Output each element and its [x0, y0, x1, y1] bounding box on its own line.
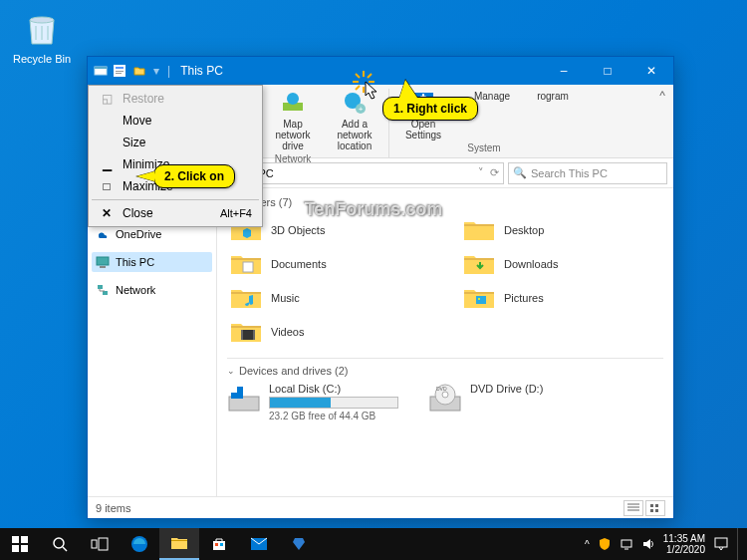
folder-music[interactable]: Music	[227, 282, 430, 314]
ribbon-add-network-button[interactable]: + Add a network location	[327, 89, 382, 151]
file-explorer-window: ▾ | This PC – □ ✕ ^ ess Map network driv…	[87, 56, 674, 519]
window-title: This PC	[180, 64, 223, 78]
folder-icon	[462, 284, 496, 312]
svg-rect-40	[21, 536, 28, 543]
tray-volume-icon[interactable]	[641, 537, 655, 551]
folder-icon	[229, 250, 263, 278]
maximize-icon: □	[99, 179, 115, 193]
svg-rect-19	[100, 266, 106, 268]
start-button[interactable]	[0, 528, 40, 560]
restore-icon: ◱	[99, 92, 115, 106]
folder-videos[interactable]: Videos	[227, 316, 430, 348]
svg-rect-35	[650, 504, 653, 507]
folder-downloads[interactable]: Downloads	[460, 248, 663, 280]
svg-rect-39	[12, 536, 19, 543]
callout-click-on: 2. Click on	[153, 164, 235, 188]
dvd-icon: DVD	[428, 383, 462, 417]
close-icon: ✕	[99, 206, 115, 220]
svg-rect-6	[116, 73, 122, 74]
show-desktop-button[interactable]	[737, 528, 743, 560]
svg-rect-20	[98, 285, 103, 289]
search-box[interactable]: 🔍 Search This PC	[508, 162, 667, 184]
taskbar-edge[interactable]	[120, 528, 159, 560]
tray-notifications-icon[interactable]	[713, 536, 729, 552]
task-view-icon	[91, 537, 109, 551]
close-button[interactable]: ✕	[629, 57, 673, 85]
search-button[interactable]	[40, 528, 80, 560]
folder-desktop[interactable]: Desktop	[460, 214, 663, 246]
navigation-pane: Quick access OneDrive This PC Network	[88, 188, 217, 496]
folder-pictures[interactable]: Pictures	[460, 282, 663, 314]
store-icon	[211, 536, 227, 552]
folder-icon	[229, 284, 263, 312]
address-dropdown-icon[interactable]: ˅	[478, 166, 484, 179]
drive-local-c[interactable]: Local Disk (C:) 23.2 GB free of 44.4 GB	[227, 383, 398, 421]
ribbon-map-network-button[interactable]: Map network drive	[265, 89, 321, 151]
svg-rect-26	[241, 330, 243, 340]
svg-rect-37	[650, 509, 653, 512]
sysmenu-size[interactable]: Size	[91, 132, 260, 153]
taskbar-mail[interactable]	[239, 528, 279, 560]
svg-rect-45	[99, 538, 108, 550]
svg-point-43	[54, 538, 64, 548]
navpane-onedrive[interactable]: OneDrive	[92, 224, 212, 244]
ribbon-collapse-icon[interactable]: ^	[659, 89, 665, 103]
tray-clock[interactable]: 11:35 AM 1/2/2020	[663, 533, 705, 555]
view-tiles-button[interactable]	[645, 500, 665, 516]
svg-text:DVD: DVD	[436, 386, 447, 392]
svg-rect-38	[655, 509, 658, 512]
qat-dropdown-icon[interactable]: ▾	[153, 64, 159, 78]
svg-rect-44	[92, 540, 97, 548]
sysmenu-move[interactable]: Move	[91, 110, 260, 132]
edge-icon	[130, 535, 148, 553]
svg-rect-28	[229, 397, 259, 411]
svg-rect-2	[95, 67, 107, 69]
refresh-icon[interactable]: ⟳	[490, 166, 499, 179]
qat-properties-icon[interactable]	[112, 63, 127, 79]
navpane-network[interactable]: Network	[92, 280, 212, 300]
system-menu-icon[interactable]	[92, 64, 110, 78]
taskbar-explorer[interactable]	[159, 528, 199, 560]
sysmenu-restore: ◱ Restore	[91, 88, 260, 110]
windows-icon	[12, 536, 28, 552]
svg-rect-22	[243, 262, 253, 272]
titlebar[interactable]: ▾ | This PC – □ ✕	[88, 57, 673, 85]
devices-section-header[interactable]: ⌄ Devices and drives (2)	[227, 365, 663, 377]
taskbar-store[interactable]	[199, 528, 239, 560]
tray-network-icon[interactable]	[620, 537, 633, 551]
add-network-icon: +	[341, 89, 369, 117]
menu-separator	[92, 199, 259, 200]
svg-point-10	[287, 93, 299, 105]
map-network-icon	[279, 89, 307, 117]
drive-dvd-d[interactable]: DVD DVD Drive (D:)	[428, 383, 543, 421]
content-area: ⌄ Folders (7) 3D Objects Desktop Documen…	[217, 188, 673, 496]
system-menu: ◱ Restore Move Size ▁ Minimize □ Maximiz…	[88, 85, 263, 227]
folder-documents[interactable]: Documents	[227, 248, 430, 280]
mail-icon	[250, 537, 268, 551]
app-icon	[291, 536, 307, 552]
task-view-button[interactable]	[80, 528, 120, 560]
sysmenu-close[interactable]: ✕ Close Alt+F4	[91, 202, 260, 224]
tray-overflow-icon[interactable]: ^	[585, 539, 590, 550]
svg-point-33	[442, 392, 448, 398]
minimize-button[interactable]: –	[542, 57, 586, 85]
navpane-this-pc[interactable]: This PC	[92, 252, 212, 272]
search-icon	[52, 536, 68, 552]
ribbon-group-network: Network	[275, 153, 312, 164]
maximize-button[interactable]: □	[586, 57, 629, 85]
svg-point-24	[478, 298, 480, 300]
folders-section-header[interactable]: ⌄ Folders (7)	[227, 196, 663, 208]
item-count: 9 items	[96, 502, 130, 514]
view-details-button[interactable]	[623, 500, 643, 516]
svg-rect-4	[116, 67, 124, 69]
search-icon: 🔍	[513, 166, 527, 179]
taskbar-app[interactable]	[279, 528, 319, 560]
minimize-icon: ▁	[99, 157, 115, 171]
cloud-icon	[96, 227, 110, 241]
recycle-bin[interactable]: Recycle Bin	[12, 8, 72, 65]
ribbon-program-button[interactable]: rogram	[533, 89, 573, 140]
svg-rect-42	[21, 545, 28, 552]
tray-security-icon[interactable]	[598, 537, 612, 551]
qat-newfolder-icon[interactable]	[131, 63, 147, 79]
svg-rect-36	[655, 504, 658, 507]
